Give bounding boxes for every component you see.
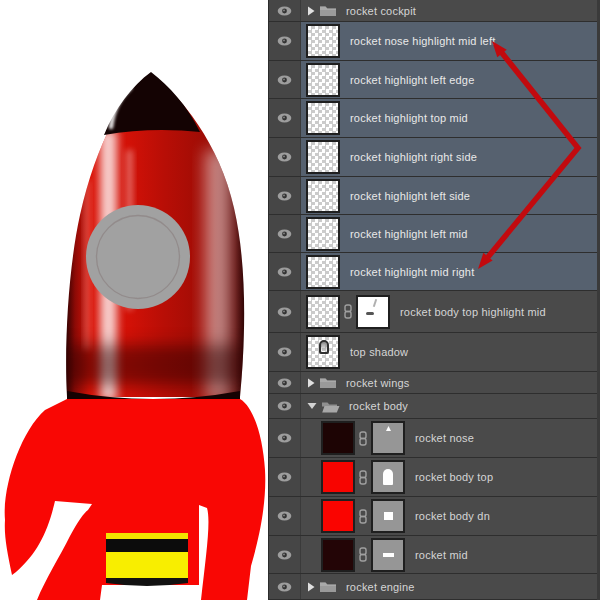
layer-name: rocket mid [415, 549, 468, 561]
layer-name: rocket body top [415, 471, 493, 483]
eye-icon[interactable] [277, 378, 292, 388]
mask-shape [383, 553, 394, 557]
layer-name: rocket highlight left mid [350, 228, 468, 240]
layer-row[interactable]: rocket highlight mid right [269, 253, 597, 291]
mask-thumbnail[interactable] [356, 295, 390, 329]
group-name: rocket body [349, 400, 408, 412]
eye-icon[interactable] [277, 267, 292, 277]
layer-thumbnail[interactable] [321, 421, 355, 455]
group-toggle[interactable] [307, 378, 315, 388]
triangle-right-icon[interactable] [307, 378, 315, 388]
folder-icon-wrap [319, 580, 337, 593]
layer-row[interactable]: rocket body top highlight mid [269, 291, 597, 333]
layer-row[interactable]: rocket highlight top mid [269, 99, 597, 138]
layer-thumbnail[interactable] [306, 335, 340, 369]
eye-icon[interactable] [277, 75, 292, 85]
group-toggle[interactable] [307, 402, 317, 410]
layer-thumbnail[interactable] [306, 255, 340, 289]
layer-thumbnail[interactable] [321, 538, 355, 572]
thumbnail-shape [319, 340, 329, 354]
folder-open-icon [321, 400, 340, 413]
chain-link-icon [358, 547, 368, 562]
layer-thumbnail[interactable] [306, 63, 340, 97]
layer-row[interactable]: rocket nose [269, 419, 597, 458]
layer-name: rocket highlight top mid [350, 112, 468, 124]
triangle-right-icon[interactable] [307, 582, 315, 592]
eye-icon[interactable] [277, 307, 292, 317]
eye-icon[interactable] [277, 6, 292, 16]
visibility-cell [269, 394, 301, 418]
mask-shape [386, 426, 391, 431]
layer-row[interactable]: rocket highlight left edge [269, 61, 597, 99]
layer-row[interactable]: rocket body top [269, 458, 597, 497]
eye-icon[interactable] [277, 511, 292, 521]
chain-link-icon [358, 470, 368, 485]
visibility-cell [269, 372, 301, 393]
layer-row[interactable]: rocket highlight right side [269, 138, 597, 177]
eye-icon[interactable] [277, 152, 292, 162]
rocket-window [86, 205, 190, 309]
row-content: rocket nose [301, 419, 597, 457]
group-toggle[interactable] [307, 6, 315, 16]
group-row[interactable]: rocket cockpit [269, 0, 597, 22]
triangle-down-icon[interactable] [307, 402, 317, 410]
triangle-right-icon[interactable] [307, 6, 315, 16]
layer-name: rocket highlight left edge [350, 74, 474, 86]
group-name: rocket wings [346, 377, 410, 389]
group-name: rocket cockpit [346, 5, 416, 17]
eye-icon[interactable] [277, 401, 292, 411]
row-content: rocket nose highlight mid left [301, 22, 597, 60]
row-content: rocket mid [301, 536, 597, 573]
group-toggle[interactable] [307, 582, 315, 592]
layer-thumbnail[interactable] [306, 179, 340, 213]
folder-icon-wrap [319, 4, 337, 17]
visibility-cell [269, 22, 301, 60]
row-content: rocket body top [301, 458, 597, 496]
layer-thumbnail[interactable] [306, 140, 340, 174]
layer-thumbnail[interactable] [321, 460, 355, 494]
mask-thumbnail[interactable] [371, 538, 405, 572]
eye-icon[interactable] [277, 36, 292, 46]
visibility-cell [269, 0, 301, 21]
eye-icon[interactable] [277, 582, 292, 592]
mask-thumbnail[interactable] [371, 499, 405, 533]
eye-icon[interactable] [277, 191, 292, 201]
row-content: rocket highlight left mid [301, 215, 597, 252]
eye-icon[interactable] [277, 433, 292, 443]
visibility-cell [269, 536, 301, 573]
visibility-cell [269, 138, 301, 176]
row-content: rocket highlight mid right [301, 253, 597, 290]
mask-thumbnail[interactable] [371, 460, 405, 494]
visibility-cell [269, 419, 301, 457]
layer-name: rocket highlight left side [350, 190, 470, 202]
eye-icon[interactable] [277, 347, 292, 357]
layer-thumbnail[interactable] [306, 24, 340, 58]
layer-thumbnail[interactable] [306, 295, 340, 329]
folder-open-icon-wrap [321, 400, 340, 413]
engine-band [106, 533, 188, 586]
visibility-cell [269, 99, 301, 137]
group-row[interactable]: rocket body [269, 394, 597, 419]
layer-thumbnail[interactable] [306, 217, 340, 251]
eye-icon[interactable] [277, 113, 292, 123]
layer-row[interactable]: top shadow [269, 333, 597, 372]
group-row[interactable]: rocket engine [269, 574, 597, 600]
layer-row[interactable]: rocket highlight left side [269, 177, 597, 215]
eye-icon[interactable] [277, 229, 292, 239]
eye-icon[interactable] [277, 472, 292, 482]
mask-thumbnail[interactable] [371, 421, 405, 455]
group-row[interactable]: rocket wings [269, 372, 597, 394]
row-content: top shadow [301, 333, 597, 371]
layer-row[interactable]: rocket highlight left mid [269, 215, 597, 253]
layer-thumbnail[interactable] [306, 101, 340, 135]
row-content: rocket highlight left side [301, 177, 597, 214]
layer-thumbnail[interactable] [321, 499, 355, 533]
row-content: rocket wings [301, 372, 597, 393]
eye-icon[interactable] [277, 550, 292, 560]
layer-name: top shadow [350, 346, 408, 358]
layer-row[interactable]: rocket body dn [269, 497, 597, 536]
layer-row[interactable]: rocket mid [269, 536, 597, 574]
visibility-cell [269, 458, 301, 496]
visibility-cell [269, 291, 301, 332]
layer-row[interactable]: rocket nose highlight mid left [269, 22, 597, 61]
